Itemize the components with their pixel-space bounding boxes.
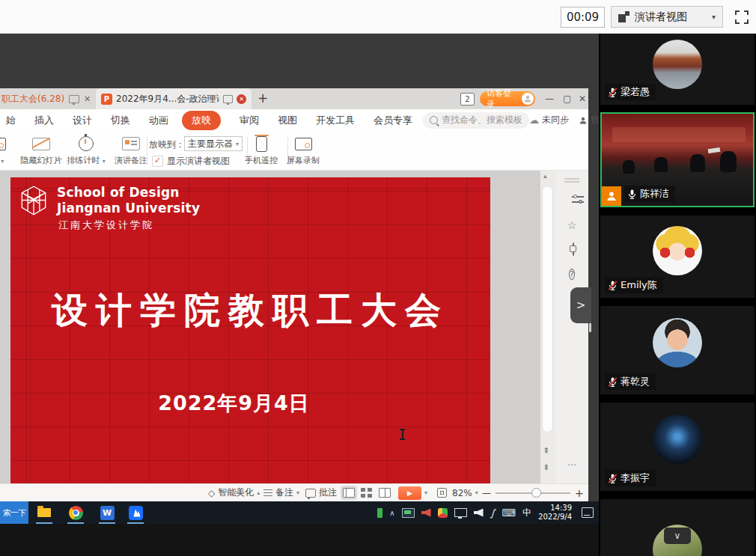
vertical-scrollbar[interactable]: ▴ ⇞ ⇟ <box>540 171 555 483</box>
slide-sorter-view-button[interactable] <box>361 484 372 501</box>
zoom-out-button[interactable]: — <box>482 484 491 501</box>
properties-sliders-icon[interactable] <box>565 195 579 208</box>
duplicate-pane-icon[interactable] <box>565 242 579 256</box>
document-tab-inactive[interactable]: 职工大会(6.28) ✕ <box>0 88 91 109</box>
participant-tile[interactable]: 李振宇 <box>600 403 755 491</box>
document-tab-active[interactable]: P 2022年9月4...会-政治理论学习 ✕ <box>96 88 252 109</box>
show-presenter-view-label: 显示演讲者视图 <box>167 155 230 168</box>
zoom-slider-knob[interactable] <box>531 488 541 498</box>
next-slide-button[interactable]: ⇟ <box>543 464 549 471</box>
muted-speaker-icon[interactable] <box>421 509 431 517</box>
guest-login-button[interactable]: 访客登录 <box>480 91 535 106</box>
help-icon[interactable]: ? <box>565 266 579 280</box>
menu-item-view[interactable]: 视图 <box>278 114 297 127</box>
security-app-icon[interactable] <box>438 508 448 518</box>
participant-tile[interactable]: Emily陈 <box>600 216 755 298</box>
fit-slide-button[interactable] <box>437 484 447 501</box>
participant-tile-partial[interactable]: ∨ <box>600 499 755 556</box>
taskbar-file-explorer[interactable] <box>33 501 55 524</box>
close-window-button[interactable]: ✕ <box>579 94 586 104</box>
smart-beautify-button[interactable]: ◇ 智能美化 ▴ <box>208 484 260 501</box>
speaker-view-button[interactable]: 演讲者视图 ▾ <box>611 6 723 28</box>
zoom-slider[interactable] <box>496 484 570 501</box>
screen-record-button[interactable]: 屏幕录制 <box>278 135 328 166</box>
menu-item-animation[interactable]: 动画 <box>149 114 168 127</box>
panel-grip[interactable] <box>564 178 579 180</box>
reading-view-button[interactable] <box>379 484 391 501</box>
minimize-button[interactable]: — <box>545 94 554 104</box>
comment-icon <box>305 489 316 498</box>
menu-item-review[interactable]: 审阅 <box>240 114 259 127</box>
chevron-down-icon: ∨ <box>674 531 681 541</box>
menu-item-slideshow-active[interactable]: 放映 <box>182 111 221 130</box>
pages-badge[interactable]: 2 <box>460 93 475 106</box>
present-mode-icon[interactable] <box>223 95 233 103</box>
zoom-level[interactable]: 82% ▾ <box>452 484 478 501</box>
slide-date: 2022年9月4日 <box>10 390 474 417</box>
taskbar-meeting-app[interactable] <box>124 501 147 524</box>
slide[interactable]: School of Design Jiangnan University 江南大… <box>10 177 490 483</box>
command-search-box[interactable]: 查找命令、搜索模板 <box>423 112 529 129</box>
menu-item-devtools[interactable]: 开发工具 <box>316 114 355 127</box>
more-tools-icon[interactable]: ⋯ <box>565 458 579 471</box>
smart-beautify-star-icon[interactable]: ☆ <box>565 219 579 232</box>
show-presenter-view-option[interactable]: ✓ 显示演讲者视图 <box>152 155 230 168</box>
notes-button[interactable]: 备注 ▾ <box>263 484 299 501</box>
menu-item-member[interactable]: 会员专享 <box>374 114 412 127</box>
avatar <box>653 318 702 367</box>
menu-item-home[interactable]: 始 <box>6 114 16 127</box>
sync-status-button[interactable]: ☁ 未同步 <box>529 114 569 126</box>
taskbar-chrome[interactable] <box>64 501 87 524</box>
new-tab-button[interactable]: + <box>257 91 268 106</box>
scroll-up-icon[interactable]: ▴ <box>543 172 547 180</box>
ime-language-indicator[interactable]: 中 <box>522 507 531 519</box>
meeting-topbar: 00:09 演讲者视图 ▾ <box>0 0 756 34</box>
zoom-in-button[interactable]: + <box>575 484 584 501</box>
participant-tile[interactable]: 蒋乾灵 <box>600 306 755 394</box>
action-center-icon[interactable] <box>582 507 594 518</box>
menu-item-transition[interactable]: 切换 <box>111 114 130 127</box>
chevron-down-icon: ▾ <box>424 489 427 496</box>
remote-monitor-icon[interactable] <box>402 508 415 518</box>
menu-item-design[interactable]: 设计 <box>73 114 92 127</box>
previous-slide-button[interactable]: ⇞ <box>543 447 549 455</box>
show-hidden-icons[interactable]: ∧ <box>389 509 394 517</box>
taskbar-search-button[interactable]: 索一下 <box>0 501 28 524</box>
taskbar-clock[interactable]: 14:39 2022/9/4 <box>538 504 572 522</box>
checkbox-checked-icon[interactable]: ✓ <box>152 156 163 167</box>
chrome-icon <box>69 506 83 520</box>
input-tool-icon[interactable]: ∫ <box>490 507 496 519</box>
usb-device-icon[interactable] <box>377 508 382 518</box>
zoom-slider-track[interactable] <box>496 492 570 494</box>
close-tab-unsaved-icon[interactable]: ✕ <box>237 94 246 104</box>
tab-label: 职工大会(6.28) <box>1 93 64 106</box>
gem-icon: ◇ <box>208 488 215 498</box>
fullscreen-button[interactable] <box>734 10 749 25</box>
hide-slide-button[interactable]: 隐藏幻灯片 <box>16 135 66 166</box>
close-tab-icon[interactable]: ✕ <box>84 94 91 104</box>
normal-view-button[interactable] <box>343 484 355 501</box>
scrollbar-thumb[interactable] <box>542 186 553 433</box>
present-mode-icon[interactable] <box>69 95 79 103</box>
participant-tile[interactable]: 梁若愚 <box>600 34 755 105</box>
participant-name-label: 陈祥洁 <box>624 186 675 202</box>
slideshow-settings-button[interactable]: 置 ▾ <box>0 135 16 166</box>
comments-button[interactable]: 批注 <box>305 484 337 501</box>
play-slideshow-button[interactable]: ▶ ▾ <box>398 484 427 501</box>
participant-tile-active-speaker[interactable]: 陈祥洁 <box>600 112 755 207</box>
reading-view-icon <box>379 488 391 498</box>
collapse-participants-button[interactable]: ∨ <box>664 528 691 544</box>
menu-item-insert[interactable]: 插入 <box>34 114 54 127</box>
rehearse-timing-button[interactable]: 排练计时 ▾ <box>64 135 108 166</box>
keyboard-icon[interactable]: ⌨ <box>502 507 516 519</box>
folder-icon <box>37 508 51 517</box>
avatar <box>653 226 702 275</box>
expand-pane-button[interactable]: > <box>570 287 591 323</box>
display-to-select[interactable]: 主要显示器 ▾ <box>184 136 243 151</box>
windows-taskbar: 索一下 W ∧ ∫ ⌨ 中 14:39 2022/9/4 <box>0 501 599 524</box>
taskbar-wps[interactable]: W <box>96 501 118 524</box>
display-settings-icon[interactable] <box>454 508 467 517</box>
maximize-button[interactable]: ▢ <box>563 94 571 104</box>
meeting-app-window: 00:09 演讲者视图 ▾ 职工大会(6.28) ✕ P 2022年9月4...… <box>0 0 756 556</box>
volume-icon[interactable] <box>474 509 484 517</box>
